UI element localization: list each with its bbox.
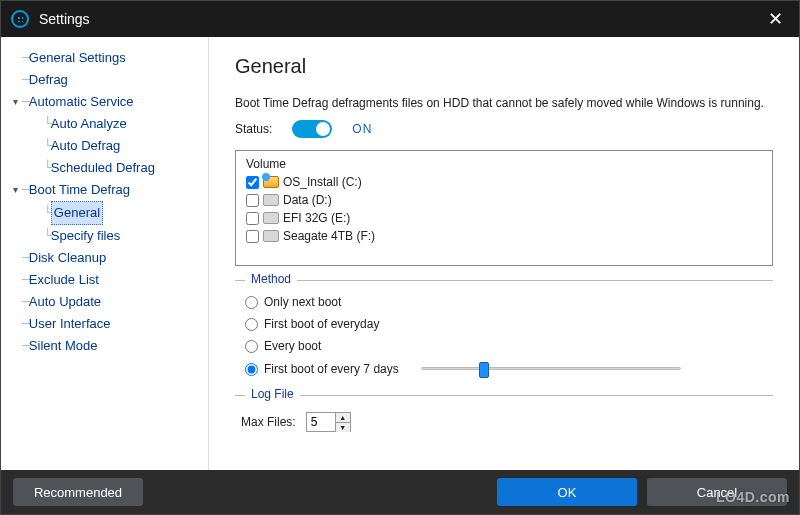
sidebar-item-disk-cleanup[interactable]: ─ Disk Cleanup: [9, 247, 204, 269]
sidebar-item-label: Defrag: [29, 69, 68, 91]
volume-row[interactable]: EFI 32G (E:): [242, 209, 766, 227]
status-toggle[interactable]: [292, 120, 332, 138]
dialog-footer: Recommended OK Cancel: [1, 470, 799, 514]
tree-toggle-icon[interactable]: ▾: [9, 179, 21, 201]
volume-label: OS_Install (C:): [283, 173, 362, 191]
sidebar-item-automatic-service[interactable]: ▾─ Automatic Service: [9, 91, 204, 113]
sidebar-item-defrag[interactable]: ─ Defrag: [9, 69, 204, 91]
volume-label: Seagate 4TB (F:): [283, 227, 375, 245]
sidebar-item-user-interface[interactable]: ─ User Interface: [9, 313, 204, 335]
method-label: First boot of every 7 days: [264, 362, 399, 376]
method-radio[interactable]: [245, 363, 258, 376]
system-drive-icon: [263, 176, 279, 188]
volume-list: Volume OS_Install (C:)Data (D:)EFI 32G (…: [235, 150, 773, 266]
sidebar-item-label: Automatic Service: [29, 91, 134, 113]
method-radio[interactable]: [245, 318, 258, 331]
logfile-legend: Log File: [245, 387, 300, 401]
sidebar-item-label: Specify files: [51, 225, 120, 247]
close-icon[interactable]: ✕: [762, 6, 789, 32]
page-description: Boot Time Defrag defragments files on HD…: [235, 96, 773, 110]
sidebar-item-label: User Interface: [29, 313, 111, 335]
method-option-next[interactable]: Only next boot: [235, 291, 773, 313]
method-radio[interactable]: [245, 296, 258, 309]
drive-icon: [263, 230, 279, 242]
sidebar-item-general-settings[interactable]: ─ General Settings: [9, 47, 204, 69]
settings-tree: ─ General Settings─ Defrag▾─ Automatic S…: [1, 37, 209, 470]
volume-checkbox[interactable]: [246, 176, 259, 189]
method-label: First boot of everyday: [264, 317, 379, 331]
stepper-down-icon[interactable]: ▼: [336, 423, 350, 432]
sidebar-item-scheduled-defrag[interactable]: └ Scheduled Defrag: [9, 157, 204, 179]
sidebar-item-specify-files[interactable]: └ Specify files: [9, 225, 204, 247]
window-title: Settings: [39, 11, 90, 27]
sidebar-item-label: Auto Analyze: [51, 113, 127, 135]
sidebar-item-label: Silent Mode: [29, 335, 98, 357]
drive-icon: [263, 194, 279, 206]
method-option-every[interactable]: Every boot: [235, 335, 773, 357]
settings-panel: General Boot Time Defrag defragments fil…: [209, 37, 799, 470]
volume-header: Volume: [242, 155, 766, 173]
maxfiles-input[interactable]: [307, 413, 335, 431]
sidebar-item-auto-analyze[interactable]: └ Auto Analyze: [9, 113, 204, 135]
volume-row[interactable]: OS_Install (C:): [242, 173, 766, 191]
sidebar-item-silent-mode[interactable]: ─ Silent Mode: [9, 335, 204, 357]
method-label: Only next boot: [264, 295, 341, 309]
slider-thumb-icon[interactable]: [479, 362, 489, 378]
method-option-weekly[interactable]: First boot of every 7 days: [235, 357, 773, 381]
tree-toggle-icon[interactable]: ▾: [9, 91, 21, 113]
titlebar: Settings ✕: [1, 1, 799, 37]
sidebar-item-label: General Settings: [29, 47, 126, 69]
page-title: General: [235, 55, 773, 78]
volume-label: Data (D:): [283, 191, 332, 209]
sidebar-item-label: Boot Time Defrag: [29, 179, 130, 201]
volume-checkbox[interactable]: [246, 194, 259, 207]
volume-label: EFI 32G (E:): [283, 209, 350, 227]
sidebar-item-label: Auto Update: [29, 291, 101, 313]
sidebar-item-auto-update[interactable]: ─ Auto Update: [9, 291, 204, 313]
settings-window: Settings ✕ ─ General Settings─ Defrag▾─ …: [0, 0, 800, 515]
days-slider[interactable]: [421, 361, 681, 377]
sidebar-item-auto-defrag[interactable]: └ Auto Defrag: [9, 135, 204, 157]
volume-checkbox[interactable]: [246, 230, 259, 243]
drive-icon: [263, 212, 279, 224]
method-legend: Method: [245, 272, 297, 286]
sidebar-item-label: General: [51, 201, 103, 225]
recommended-button[interactable]: Recommended: [13, 478, 143, 506]
sidebar-item-boot-time-defrag[interactable]: ▾─ Boot Time Defrag: [9, 179, 204, 201]
volume-checkbox[interactable]: [246, 212, 259, 225]
method-label: Every boot: [264, 339, 321, 353]
volume-row[interactable]: Data (D:): [242, 191, 766, 209]
sidebar-item-label: Scheduled Defrag: [51, 157, 155, 179]
sidebar-item-exclude-list[interactable]: ─ Exclude List: [9, 269, 204, 291]
app-logo-icon: [11, 10, 29, 28]
ok-button[interactable]: OK: [497, 478, 637, 506]
sidebar-item-label: Auto Defrag: [51, 135, 120, 157]
maxfiles-label: Max Files:: [241, 415, 296, 429]
sidebar-item-label: Disk Cleanup: [29, 247, 106, 269]
maxfiles-stepper[interactable]: ▲ ▼: [306, 412, 351, 432]
sidebar-item-general[interactable]: └ General: [9, 201, 204, 225]
cancel-button[interactable]: Cancel: [647, 478, 787, 506]
status-text: ON: [352, 122, 372, 136]
stepper-up-icon[interactable]: ▲: [336, 413, 350, 423]
sidebar-item-label: Exclude List: [29, 269, 99, 291]
method-radio[interactable]: [245, 340, 258, 353]
volume-row[interactable]: Seagate 4TB (F:): [242, 227, 766, 245]
method-option-daily[interactable]: First boot of everyday: [235, 313, 773, 335]
method-group: Method Only next bootFirst boot of every…: [235, 280, 773, 381]
status-label: Status:: [235, 122, 272, 136]
logfile-group: Log File Max Files: ▲ ▼: [235, 395, 773, 438]
